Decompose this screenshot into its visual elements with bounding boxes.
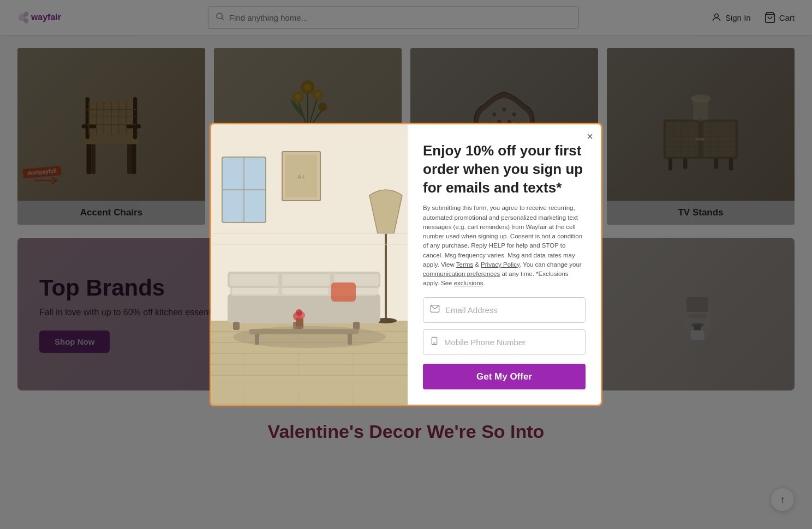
modal-overlay: Art [0,0,812,529]
phone-input[interactable] [444,338,578,347]
email-icon [430,305,440,315]
svg-text:Art: Art [298,174,305,180]
exclusions-link[interactable]: exclusions [454,280,483,286]
modal-close-button[interactable]: × [587,131,593,142]
modal-left-image: Art [211,124,408,406]
svg-rect-119 [230,274,278,286]
email-input-group[interactable] [423,297,586,323]
communication-prefs-link[interactable]: communication preferences [423,270,500,277]
get-offer-button[interactable]: Get My Offer [423,364,586,389]
svg-rect-122 [233,322,240,330]
svg-point-131 [296,309,302,316]
email-input[interactable] [445,305,578,315]
svg-rect-132 [331,282,356,302]
room-svg: Art [211,124,408,406]
svg-point-133 [233,326,386,348]
modal-body-text: By submitting this form, you agree to re… [423,203,586,288]
svg-rect-113 [228,293,380,323]
modal-title: Enjoy 10% off your first order when you … [423,142,586,197]
modal-wrapper: Art [210,123,602,406]
svg-rect-137 [432,338,437,345]
svg-rect-115 [232,287,278,294]
svg-rect-116 [282,287,329,294]
phone-input-group[interactable] [423,329,586,355]
terms-link[interactable]: Terms [456,261,473,268]
privacy-policy-link[interactable]: Privacy Policy [481,261,520,268]
phone-icon [430,336,439,348]
modal-right: × Enjoy 10% off your first order when yo… [408,124,601,405]
svg-rect-120 [282,274,330,286]
